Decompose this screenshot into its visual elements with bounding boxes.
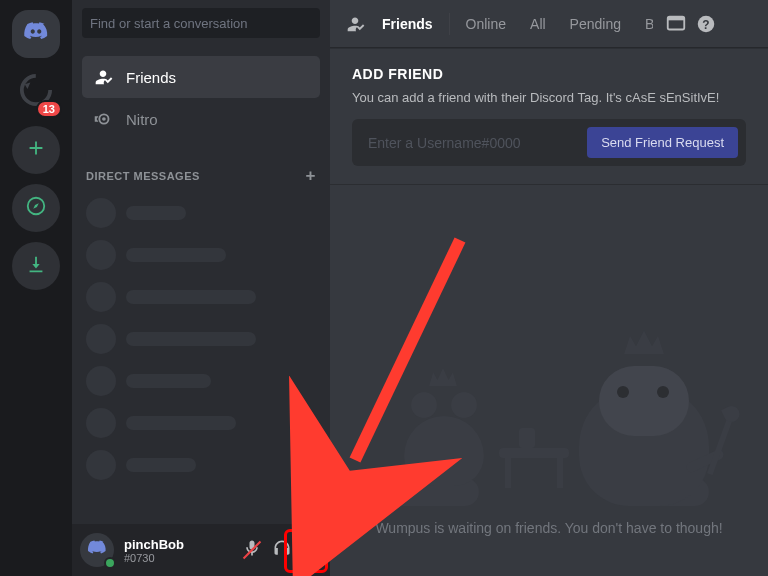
dm-skeleton <box>72 194 330 484</box>
user-discriminator: #0730 <box>124 552 184 564</box>
add-friend-heading: ADD FRIEND <box>352 66 746 82</box>
dm-section-title: DIRECT MESSAGES <box>86 170 200 182</box>
server-update[interactable]: 13 <box>12 68 60 116</box>
server-add[interactable] <box>12 126 60 174</box>
dm-section-header: DIRECT MESSAGES + <box>72 148 330 194</box>
tab-online[interactable]: Online <box>458 12 514 36</box>
dm-search-input[interactable]: Find or start a conversation <box>82 8 320 38</box>
deafen-button[interactable] <box>272 540 292 560</box>
channel-friends[interactable]: Friends <box>82 56 320 98</box>
list-item <box>86 408 316 438</box>
server-rail: 13 <box>0 0 72 576</box>
discord-logo-icon <box>87 538 107 562</box>
empty-caption: Wumpus is waiting on friends. You don't … <box>375 520 722 536</box>
top-bar: Friends Online All Pending B ? <box>330 0 768 48</box>
svg-text:?: ? <box>702 17 709 31</box>
server-explore[interactable] <box>12 184 60 232</box>
list-item <box>86 324 316 354</box>
divider <box>449 13 450 35</box>
user-name: pinchBob <box>124 537 184 552</box>
compass-icon <box>25 195 47 221</box>
footer-icons <box>242 540 322 560</box>
add-friend-row: Send Friend Request <box>352 119 746 166</box>
list-item <box>86 240 316 270</box>
list-item <box>86 450 316 480</box>
microphone-icon <box>242 538 262 562</box>
add-friend-input[interactable] <box>360 129 587 157</box>
help-button[interactable]: ? <box>695 13 717 35</box>
avatar[interactable] <box>80 533 114 567</box>
list-item <box>86 366 316 396</box>
user-footer: pinchBob #0730 <box>72 524 330 576</box>
tab-all[interactable]: All <box>522 12 554 36</box>
empty-state: Wumpus is waiting on friends. You don't … <box>330 185 768 576</box>
status-online-icon <box>104 557 116 569</box>
svg-rect-5 <box>668 16 685 20</box>
nitro-icon <box>92 108 114 130</box>
tab-pending[interactable]: Pending <box>562 12 629 36</box>
dm-search-row: Find or start a conversation <box>72 0 330 48</box>
server-home[interactable] <box>12 10 60 58</box>
add-friend-panel: ADD FRIEND You can add a friend with the… <box>330 48 768 185</box>
add-friend-subtext: You can add a friend with their Discord … <box>352 90 746 105</box>
send-friend-request-button[interactable]: Send Friend Request <box>587 127 738 158</box>
svg-point-3 <box>102 117 106 121</box>
dm-add-button[interactable]: + <box>306 166 316 186</box>
wumpus-illustration <box>379 316 719 506</box>
headphones-icon <box>272 538 292 562</box>
inbox-button[interactable] <box>665 13 687 35</box>
channel-label: Nitro <box>126 111 158 128</box>
tab-friends[interactable]: Friends <box>374 12 441 36</box>
channel-list: Friends Nitro <box>72 48 330 148</box>
settings-button[interactable] <box>302 540 322 560</box>
friend-wave-icon <box>92 66 114 88</box>
app-root: 13 Find or start a conversation <box>0 0 768 576</box>
channels-column: Find or start a conversation Friends Nit… <box>72 0 330 576</box>
server-download[interactable] <box>12 242 60 290</box>
friend-wave-icon <box>344 13 366 35</box>
plus-icon <box>25 137 47 163</box>
channel-label: Friends <box>126 69 176 86</box>
discord-logo-icon <box>23 19 49 49</box>
list-item <box>86 282 316 312</box>
main-column: Friends Online All Pending B ? ADD FRIEN… <box>330 0 768 576</box>
list-item <box>86 198 316 228</box>
tab-blocked[interactable]: B <box>637 12 653 36</box>
update-badge: 13 <box>36 100 62 118</box>
channel-nitro[interactable]: Nitro <box>82 98 320 140</box>
gear-icon <box>302 538 322 562</box>
mute-mic-button[interactable] <box>242 540 262 560</box>
user-meta[interactable]: pinchBob #0730 <box>124 537 184 564</box>
download-icon <box>25 253 47 279</box>
